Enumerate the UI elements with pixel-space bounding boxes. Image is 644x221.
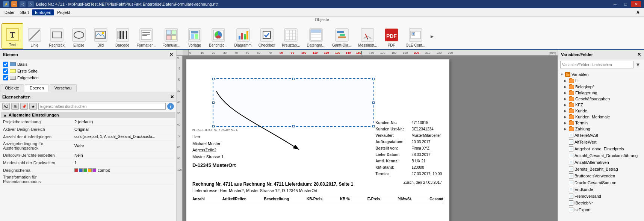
nav-forward[interactable]: ▷: [28, 1, 34, 7]
sort-icon-btn[interactable]: ⊞: [11, 103, 19, 110]
svg-rect-31: [191, 31, 198, 33]
ebene-basis[interactable]: Basis: [2, 61, 175, 68]
tree-bereits-bezahlt[interactable]: ▶ 📄 Bereits_Bezahlt_Betrag: [559, 166, 643, 173]
tree-ibetriebNr[interactable]: ▶ 📄 iBetriebNr: [559, 200, 643, 206]
ribbon-rechteck-label: Rechteck: [49, 43, 65, 47]
variables-search-input[interactable]: [560, 61, 633, 68]
ribbon-checkbox[interactable]: Checkbox: [255, 23, 278, 49]
ribbon-datengra[interactable]: Datengra...: [304, 23, 328, 49]
eigenschaften-search[interactable]: [38, 103, 166, 110]
menu-start[interactable]: Start: [17, 9, 32, 15]
handle-ml[interactable]: [212, 101, 215, 104]
window-minimize[interactable]: ─: [610, 1, 620, 7]
tree-belegkopf[interactable]: ▶ Belegkopf: [559, 84, 643, 90]
handle-tr[interactable]: [372, 78, 375, 80]
ribbon-messinstr[interactable]: Messinstr...: [355, 23, 380, 49]
tree-drucke-gesamt[interactable]: ▶ 📄 DruckeGesamtSumme: [559, 179, 643, 186]
tab-vorschau[interactable]: Vorschau: [50, 84, 77, 92]
datengra-icon: [308, 27, 324, 42]
star-btn[interactable]: ★: [29, 103, 37, 110]
nav-back[interactable]: ◁: [20, 1, 26, 7]
ebenen-close[interactable]: ✕: [169, 52, 173, 57]
menu-einfuegen[interactable]: Einfügen: [32, 9, 54, 15]
tree-icon-kunden-merkmale: [569, 115, 574, 119]
tree-istExport[interactable]: ▶ 📄 istExport: [559, 206, 643, 213]
ruler-v-70: 70: [177, 135, 180, 137]
info-btn[interactable]: i: [167, 103, 174, 110]
ebene-erste-seite-checkbox[interactable]: [3, 68, 8, 74]
ebene-basis-checkbox[interactable]: [3, 62, 8, 67]
ribbon-ganttdia[interactable]: Gantt-Dia...: [329, 23, 354, 49]
ribbon-barcode[interactable]: Barcode: [112, 23, 133, 49]
ribbon-formular[interactable]: Formular...: [159, 23, 183, 49]
svg-rect-28: [172, 35, 176, 40]
tree-anzahl-alternativen[interactable]: ▶ 📄 AnzahlAlternativen: [559, 159, 643, 166]
ribbon-rechteck[interactable]: Rechteck: [46, 23, 68, 49]
tab-ebenen[interactable]: Ebenen: [25, 84, 49, 92]
ribbon-ellipse[interactable]: Ellipse: [68, 23, 89, 49]
vorlage-icon: [187, 27, 202, 42]
tree-ll[interactable]: ▶ LL: [559, 78, 643, 84]
ribbon-kreuztab[interactable]: Kreuztab...: [279, 23, 303, 49]
tree-fremdversand[interactable]: ▶ 📄 Fremdversand: [559, 193, 643, 200]
tree-arrow-zahlung: ▶: [564, 127, 568, 131]
ribbon-collapse[interactable]: ∧: [633, 9, 642, 16]
ribbon-vorlage[interactable]: Vorlage: [184, 23, 205, 49]
sort-az-btn[interactable]: AZ: [2, 103, 10, 110]
handle-tl[interactable]: [212, 78, 215, 80]
handle-mr[interactable]: [372, 101, 375, 104]
tree-altteile-wert[interactable]: ▶ 📄 AltTeileWert: [559, 139, 643, 145]
tree-brutto-verwenden[interactable]: ▶ 📄 BruttopreisVerwenden: [559, 173, 643, 179]
ebene-folgeseiten-checkbox[interactable]: [3, 75, 8, 80]
tree-icon-ibetriebNr: 📄: [569, 200, 573, 206]
handle-tm[interactable]: [292, 78, 295, 80]
tree-termin[interactable]: ▶ Termin: [559, 120, 643, 126]
tree-endkunde[interactable]: ▶ 📄 Endkunde: [559, 186, 643, 193]
eigen-section-allgemein[interactable]: ▲ Allgemeine Einstellungen: [1, 112, 175, 118]
tree-kunden-merkmale[interactable]: ▶ Kunden_Merkmale: [559, 114, 643, 120]
tree-anzahl-druck[interactable]: ▶ 📄 Anzahl_Gesamt_Druckausführung: [559, 152, 643, 159]
tree-angebot-einzelpreis[interactable]: ▶ 📄 Angebot_ohne_Einzelpreis: [559, 145, 643, 152]
ribbon-scroll-right[interactable]: ▸: [429, 23, 435, 49]
menu-projekt[interactable]: Projekt: [54, 9, 73, 15]
handle-bm[interactable]: [292, 125, 295, 127]
info-val-0: 47110815: [411, 120, 428, 126]
eigenschaften-close[interactable]: ✕: [170, 94, 174, 100]
handle-bl[interactable]: [212, 125, 215, 127]
menu-datei[interactable]: Datei: [2, 9, 17, 15]
svg-rect-20: [141, 30, 151, 39]
tree-kfz[interactable]: ▶ KFZ: [559, 102, 643, 108]
ribbon-berichtsc[interactable]: Berichtsc...: [206, 23, 230, 49]
variables-close[interactable]: ✕: [637, 52, 641, 57]
tree-root-variables[interactable]: ▼ Variablen: [559, 71, 643, 78]
canvas[interactable]: PlusFakt - Hoffeld Str. 9 - 54422 Züsch …: [183, 56, 558, 221]
pin-btn[interactable]: 📌: [20, 103, 28, 110]
ribbon-diagramm[interactable]: Diagramm: [231, 23, 255, 49]
ribbon-olecont[interactable]: OLE Cont...: [403, 23, 428, 49]
tab-objekte[interactable]: Objekte: [0, 84, 24, 92]
window-close[interactable]: ✕: [631, 1, 641, 7]
ribbon-linie[interactable]: Linie: [24, 23, 45, 49]
svg-rect-45: [286, 30, 296, 40]
tree-icon-termin: [569, 121, 574, 125]
eigen-val-6: combit: [98, 168, 110, 173]
tree-altteile-mwst[interactable]: ▶ 📄 AltTeileMwSt: [559, 132, 643, 139]
ebene-folgeseiten[interactable]: Folgeseiten: [2, 74, 175, 81]
ribbon-formatier[interactable]: Formatier...: [134, 23, 159, 49]
ribbon-pdf[interactable]: PDF PDF: [381, 23, 402, 49]
tree-zahlung[interactable]: ▶ Zahlung: [559, 126, 643, 132]
svg-rect-18: [126, 31, 127, 39]
handle-br[interactable]: [372, 125, 375, 127]
ribbon-text[interactable]: T Text: [2, 23, 23, 49]
tree-label-belegkopf: Belegkopf: [575, 85, 594, 89]
tree-einlagerung[interactable]: ▶ Einlagerung: [559, 90, 643, 96]
text-selection-box[interactable]: [213, 78, 374, 127]
ebene-erste-seite[interactable]: Erste Seite: [2, 68, 175, 74]
window-maximize[interactable]: □: [621, 1, 630, 7]
ribbon-section-label: Objekte: [315, 17, 329, 22]
ribbon-bild[interactable]: Bild: [90, 23, 111, 49]
tree-geschaeftsangaben[interactable]: ▶ Geschäftsangaben: [559, 96, 643, 102]
info-row-3: Auftragsdatum: 20.03.2017: [375, 139, 442, 145]
tree-kunde[interactable]: ▶ Kunde: [559, 108, 643, 114]
variables-filter-btn[interactable]: ▼: [634, 61, 642, 68]
